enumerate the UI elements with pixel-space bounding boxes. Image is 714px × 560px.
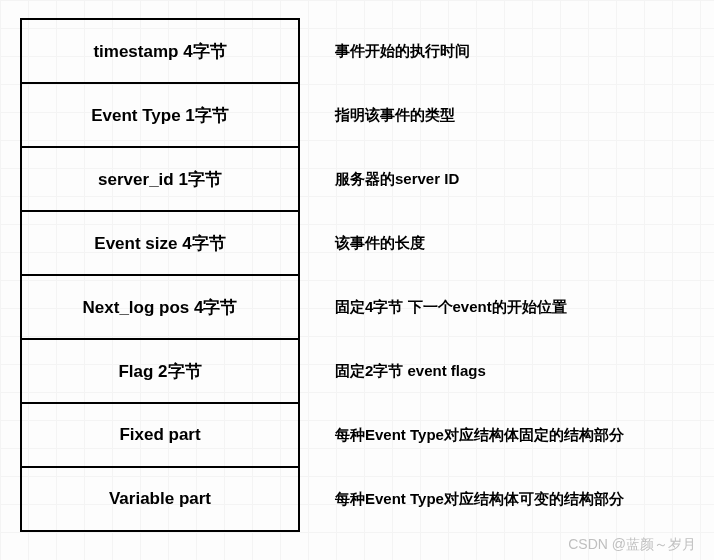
- field-name: Fixed part: [22, 404, 298, 468]
- field-description: 每种Event Type对应结构体可变的结构部分: [335, 490, 624, 509]
- field-description: 事件开始的执行时间: [335, 42, 470, 61]
- field-name: Next_log pos 4字节: [22, 276, 298, 340]
- table-row: Next_log pos 4字节: [22, 276, 298, 340]
- field-name: Event size 4字节: [22, 212, 298, 276]
- table-row: timestamp 4字节: [22, 20, 298, 84]
- table-row: Event size 4字节: [22, 212, 298, 276]
- field-description: 服务器的server ID: [335, 170, 459, 189]
- table-row: Event Type 1字节: [22, 84, 298, 148]
- table-row: Fixed part: [22, 404, 298, 468]
- field-name: Variable part: [22, 468, 298, 532]
- field-name: Flag 2字节: [22, 340, 298, 404]
- field-description: 每种Event Type对应结构体固定的结构部分: [335, 426, 624, 445]
- table-row: server_id 1字节: [22, 148, 298, 212]
- field-description: 该事件的长度: [335, 234, 425, 253]
- field-description: 固定4字节 下一个event的开始位置: [335, 298, 567, 317]
- field-description: 固定2字节 event flags: [335, 362, 486, 381]
- table-row: Variable part: [22, 468, 298, 532]
- field-name: Event Type 1字节: [22, 84, 298, 148]
- field-name: timestamp 4字节: [22, 20, 298, 84]
- field-description: 指明该事件的类型: [335, 106, 455, 125]
- structure-table: timestamp 4字节 Event Type 1字节 server_id 1…: [20, 18, 300, 532]
- field-name: server_id 1字节: [22, 148, 298, 212]
- watermark: CSDN @蓝颜～岁月: [568, 536, 696, 554]
- table-row: Flag 2字节: [22, 340, 298, 404]
